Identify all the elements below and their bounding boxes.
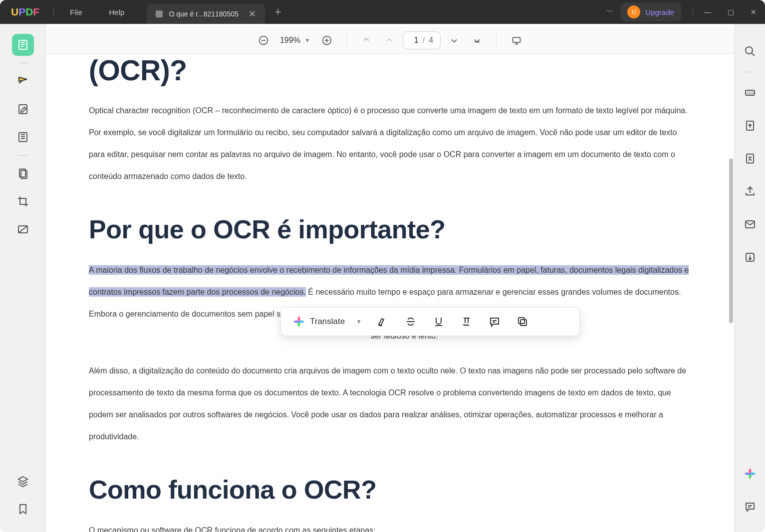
paragraph-4: O mecanismo ou software de OCR funciona … <box>89 520 691 532</box>
right-sidebar: OCR <box>734 24 765 532</box>
underline-button[interactable] <box>427 311 451 332</box>
email-icon[interactable] <box>739 213 761 235</box>
svg-point-11 <box>746 47 753 54</box>
selection-context-menu: Translate ▼ <box>280 307 580 336</box>
next-page-button[interactable] <box>445 31 464 50</box>
heading-how-ocr: Como funciona o OCR? <box>89 475 691 505</box>
svg-rect-10 <box>518 318 524 324</box>
app-logo: UPDF <box>0 6 50 18</box>
new-tab-button[interactable]: + <box>275 5 281 18</box>
zoom-in-button[interactable] <box>317 31 336 50</box>
share-icon[interactable] <box>739 180 761 202</box>
reader-mode-icon[interactable] <box>12 34 34 56</box>
first-page-button[interactable] <box>357 31 376 50</box>
crop-tool-icon[interactable] <box>12 190 34 212</box>
window-close-button[interactable]: ✕ <box>742 0 765 23</box>
copy-text-button[interactable] <box>510 311 534 332</box>
document-viewport[interactable]: (OCR)? Optical character recognition (OC… <box>46 54 734 532</box>
tab-doc-icon <box>156 10 163 17</box>
user-avatar: U <box>627 5 640 18</box>
bookmark-icon[interactable] <box>12 498 34 520</box>
page-indicator[interactable]: 1 / 4 <box>403 31 441 49</box>
tabs-dropdown-icon[interactable]: ﹀ <box>606 7 613 16</box>
scrollbar-thumb[interactable] <box>729 159 733 323</box>
upgrade-label: Upgrade <box>645 8 674 16</box>
translate-button[interactable]: Translate ▼ <box>288 314 367 330</box>
window-maximize-button[interactable]: ▢ <box>719 0 742 23</box>
highlight-tool-button[interactable] <box>371 311 395 332</box>
save-cloud-icon[interactable] <box>739 246 761 268</box>
presentation-mode-button[interactable] <box>507 31 526 50</box>
ai-icon <box>293 316 305 328</box>
zoom-dropdown-icon[interactable]: ▼ <box>304 37 310 44</box>
add-note-button[interactable] <box>483 311 507 332</box>
redact-tool-icon[interactable] <box>12 218 34 240</box>
translate-label: Translate <box>310 317 345 327</box>
window-minimize-button[interactable]: — <box>696 0 719 23</box>
squiggly-underline-button[interactable] <box>455 311 479 332</box>
comment-tool-icon[interactable] <box>12 70 34 92</box>
comment-panel-icon[interactable] <box>739 496 761 518</box>
zoom-out-button[interactable] <box>254 31 273 50</box>
heading-why-ocr: Por que o OCR é importante? <box>89 214 691 244</box>
document-tab[interactable]: O que é r...821180505 ✕ <box>147 4 264 24</box>
svg-text:OCR: OCR <box>747 91 755 95</box>
tab-title: O que é r...821180505 <box>169 10 238 18</box>
last-page-button[interactable] <box>468 31 487 50</box>
menu-file[interactable]: File <box>56 8 95 16</box>
paragraph-3: Além disso, a digitalização do conteúdo … <box>89 360 691 448</box>
zoom-level-display[interactable]: 199%▼ <box>277 36 313 45</box>
translate-dropdown-icon[interactable]: ▼ <box>356 318 362 325</box>
svg-rect-9 <box>520 320 526 326</box>
strikethrough-button[interactable] <box>399 311 423 332</box>
prev-page-button[interactable] <box>380 31 399 50</box>
menu-help[interactable]: Help <box>96 8 138 16</box>
page-tools-icon[interactable] <box>12 163 34 184</box>
view-toolbar: 199%▼ 1 / 4 <box>46 27 734 54</box>
edit-text-tool-icon[interactable] <box>12 98 34 120</box>
paragraph-1: Optical character recognition (OCR – rec… <box>89 100 691 187</box>
heading-ocr: (OCR)? <box>89 54 691 87</box>
page-organize-icon[interactable] <box>12 126 34 148</box>
svg-rect-8 <box>513 37 520 42</box>
ai-assistant-icon[interactable] <box>739 463 761 485</box>
compress-icon[interactable] <box>739 148 761 170</box>
left-sidebar <box>0 24 46 532</box>
scrollbar-track[interactable] <box>728 89 733 363</box>
main-content: 199%▼ 1 / 4 <box>46 24 734 532</box>
layers-icon[interactable] <box>12 470 34 492</box>
upgrade-button[interactable]: U Upgrade <box>620 2 681 21</box>
convert-icon[interactable] <box>739 115 761 137</box>
close-tab-icon[interactable]: ✕ <box>249 8 256 19</box>
ocr-tool-icon[interactable]: OCR <box>739 82 761 104</box>
search-icon[interactable] <box>739 40 761 62</box>
title-bar: UPDF | File Help O que é r...821180505 ✕… <box>0 0 765 24</box>
